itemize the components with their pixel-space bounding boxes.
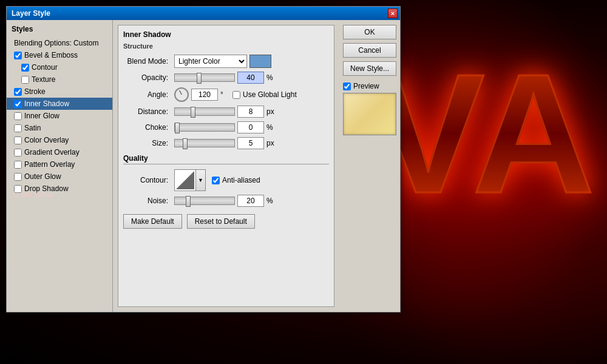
layer-style-dialog: Layer Style × Styles Blending Options: C…: [6, 6, 401, 312]
distance-label: Distance:: [123, 107, 172, 116]
texture-label: Texture: [32, 75, 55, 84]
contour-checkbox[interactable]: [21, 64, 29, 72]
size-label: Size:: [123, 139, 172, 147]
noise-unit: %: [266, 197, 276, 205]
noise-slider[interactable]: [174, 197, 235, 205]
angle-input[interactable]: [191, 89, 218, 101]
preview-text: Preview: [353, 82, 379, 90]
opacity-slider[interactable]: [174, 73, 235, 82]
blend-mode-label: Blend Mode:: [123, 57, 172, 66]
make-default-button[interactable]: Make Default: [123, 214, 182, 229]
size-unit: px: [266, 139, 276, 147]
preview-section: Preview: [343, 82, 396, 135]
angle-unit: °: [220, 90, 230, 99]
inner-glow-checkbox[interactable]: [14, 112, 22, 120]
contour-dropdown: ▼: [174, 169, 206, 191]
contour-svg: [176, 171, 194, 189]
size-row: Size: px: [123, 137, 329, 149]
outer-glow-checkbox[interactable]: [14, 173, 22, 181]
contour-field-label: Contour:: [123, 176, 172, 184]
blending-label: Blending Options: Custom: [14, 39, 98, 47]
noise-row: Noise: %: [123, 195, 329, 207]
contour-dropdown-arrow[interactable]: ▼: [196, 169, 206, 191]
sidebar-item-color-overlay[interactable]: Color Overlay: [7, 134, 112, 146]
inner-shadow-panel: Inner Shadow Structure Blend Mode: Light…: [118, 25, 334, 307]
noise-thumb[interactable]: [186, 196, 191, 207]
bevel-checkbox[interactable]: [14, 52, 22, 59]
preview-label: Preview: [343, 82, 379, 90]
sidebar-item-pattern-overlay[interactable]: Pattern Overlay: [7, 158, 112, 170]
anti-aliased-label: Anti-aliased: [212, 176, 260, 184]
preview-checkbox[interactable]: [343, 83, 351, 90]
anti-aliased-checkbox[interactable]: [212, 177, 220, 184]
distance-slider[interactable]: [174, 107, 235, 116]
bevel-label: Bevel & Emboss: [24, 51, 78, 59]
sidebar-item-inner-glow[interactable]: Inner Glow: [7, 110, 112, 122]
sidebar-item-blending[interactable]: Blending Options: Custom: [7, 37, 112, 49]
choke-row: Choke: %: [123, 121, 329, 133]
opacity-thumb[interactable]: [197, 73, 202, 84]
inner-shadow-checkbox[interactable]: [14, 100, 22, 108]
choke-thumb[interactable]: [175, 123, 180, 133]
ok-button[interactable]: OK: [343, 25, 396, 39]
dialog-title: Layer Style: [12, 9, 50, 18]
preview-thumbnail: [343, 93, 396, 135]
size-slider[interactable]: [174, 139, 235, 147]
size-thumb[interactable]: [183, 138, 188, 149]
sidebar-item-bevel[interactable]: Bevel & Emboss: [7, 49, 112, 61]
blend-mode-select[interactable]: Lighter Color Normal Multiply Screen: [174, 55, 247, 68]
choke-input[interactable]: [237, 121, 264, 133]
stroke-checkbox[interactable]: [14, 88, 22, 96]
cancel-button[interactable]: Cancel: [343, 43, 396, 58]
gradient-overlay-checkbox[interactable]: [14, 149, 22, 157]
distance-row: Distance: px: [123, 106, 329, 118]
sidebar-item-inner-shadow[interactable]: Inner Shadow: [7, 98, 112, 110]
satin-label: Satin: [24, 124, 41, 132]
action-buttons: OK Cancel New Style... Preview: [339, 20, 400, 312]
title-bar: Layer Style ×: [7, 7, 400, 20]
use-global-light-checkbox[interactable]: [232, 91, 240, 99]
choke-slider[interactable]: [174, 123, 235, 132]
angle-label: Angle:: [123, 90, 172, 99]
cuter-glow-label: Cuter Glow: [13, 190, 52, 199]
left-panel: Styles Blending Options: Custom Bevel & …: [7, 20, 113, 312]
inner-glow-label: Inner Glow: [24, 112, 59, 120]
inner-shadow-label: Inner Shadow: [24, 99, 69, 108]
pattern-overlay-checkbox[interactable]: [14, 161, 22, 169]
blend-mode-row: Blend Mode: Lighter Color Normal Multipl…: [123, 55, 329, 68]
reset-to-default-button[interactable]: Reset to Default: [187, 214, 255, 229]
color-overlay-checkbox[interactable]: [14, 136, 22, 144]
sidebar-item-texture[interactable]: Texture: [7, 73, 112, 86]
quality-title: Quality: [123, 154, 329, 164]
noise-label: Noise:: [123, 197, 172, 205]
close-button[interactable]: ×: [388, 8, 398, 18]
new-style-button[interactable]: New Style...: [343, 61, 396, 76]
structure-title: Structure: [123, 42, 329, 50]
angle-dial[interactable]: [174, 87, 189, 102]
sidebar-item-gradient-overlay[interactable]: Gradient Overlay: [7, 146, 112, 158]
background-text: VA: [371, 49, 595, 218]
size-input[interactable]: [237, 137, 264, 149]
sidebar-item-contour[interactable]: Contour: [7, 61, 112, 73]
distance-thumb[interactable]: [191, 107, 195, 118]
noise-input[interactable]: [237, 195, 264, 207]
gradient-overlay-label: Gradient Overlay: [24, 148, 80, 157]
choke-unit: %: [266, 123, 276, 132]
satin-checkbox[interactable]: [14, 124, 22, 132]
contour-row: Contour: ▼ Anti-aliased: [123, 169, 329, 191]
texture-checkbox[interactable]: [21, 76, 29, 84]
angle-row: Angle: ° Use Global Light: [123, 87, 329, 102]
sidebar-item-stroke[interactable]: Stroke: [7, 86, 112, 98]
choke-label: Choke:: [123, 123, 172, 132]
opacity-input[interactable]: [237, 72, 264, 84]
contour-label: Contour: [32, 63, 58, 72]
sidebar-item-outer-glow[interactable]: Outer Glow: [7, 170, 112, 183]
distance-unit: px: [266, 107, 276, 116]
color-swatch[interactable]: [249, 55, 271, 68]
panel-title: Inner Shadow: [123, 30, 329, 39]
distance-input[interactable]: [237, 106, 264, 118]
use-global-light-label: Use Global Light: [232, 90, 297, 99]
opacity-label: Opacity:: [123, 73, 172, 82]
sidebar-item-satin[interactable]: Satin: [7, 122, 112, 134]
contour-preview-box[interactable]: [174, 169, 196, 191]
